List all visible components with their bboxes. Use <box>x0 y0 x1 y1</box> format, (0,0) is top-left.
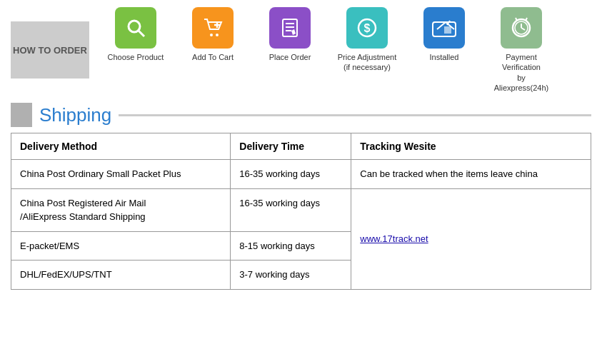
svg-point-3 <box>216 34 219 36</box>
choose-product-icon <box>115 7 156 49</box>
method-cell-2: China Post Registered Air Mail/AliExpres… <box>11 188 231 231</box>
tracking-link-17track[interactable]: www.17track.net <box>360 233 428 244</box>
svg-point-0 <box>129 21 140 32</box>
shipping-table-container: Delivery Method Delivery Time Tracking W… <box>0 133 602 300</box>
price-adjustment-icon: $ <box>346 7 388 49</box>
step-add-to-cart: Add To Cart <box>181 7 245 62</box>
step-choose-product: Choose Product <box>104 7 168 62</box>
svg-line-17 <box>521 28 525 30</box>
add-to-cart-icon <box>192 7 234 49</box>
col-header-delivery-method: Delivery Method <box>11 133 231 160</box>
table-row: China Post Registered Air Mail/AliExpres… <box>11 188 591 231</box>
step-installed: Installed <box>412 7 476 62</box>
table-row: China Post Ordinary Small Packet Plus 16… <box>11 160 591 189</box>
installed-label: Installed <box>430 52 459 62</box>
price-adjustment-label: Price Adjustment(if necessary) <box>338 52 397 73</box>
tracking-cell-1: Can be tracked when the items leave chin… <box>351 160 591 189</box>
method-cell-1: China Post Ordinary Small Packet Plus <box>11 160 231 189</box>
svg-line-1 <box>139 31 144 36</box>
col-header-tracking-website: Tracking Wesite <box>351 133 591 160</box>
method-cell-3: E-packet/EMS <box>11 231 231 261</box>
tracking-cell-merged: www.17track.net <box>351 188 591 289</box>
shipping-divider <box>119 114 591 116</box>
svg-marker-13 <box>444 26 451 34</box>
time-cell-4: 3-7 working days <box>231 261 351 290</box>
table-header-row: Delivery Method Delivery Time Tracking W… <box>11 133 591 160</box>
time-cell-2: 16-35 working days <box>231 188 351 231</box>
svg-text:$: $ <box>364 22 371 34</box>
steps-container: Choose Product Add To Cart <box>104 7 553 93</box>
col-header-delivery-time: Delivery Time <box>231 133 351 160</box>
payment-verification-label: Payment Verificationby Aliexpress(24h) <box>489 52 553 93</box>
how-to-order-section: HOW TO ORDER Choose Product <box>0 0 602 100</box>
method-cell-4: DHL/FedEX/UPS/TNT <box>11 261 231 290</box>
choose-product-label: Choose Product <box>108 52 164 62</box>
payment-verification-icon <box>501 7 542 49</box>
time-cell-3: 8-15 working days <box>231 231 351 261</box>
time-cell-1: 16-35 working days <box>231 160 351 189</box>
step-price-adjustment: $ Price Adjustment(if necessary) <box>335 7 399 73</box>
place-order-icon <box>269 7 311 49</box>
step-place-order: Place Order <box>258 7 322 62</box>
shipping-title: Shipping <box>39 104 111 126</box>
installed-icon <box>423 7 465 49</box>
shipping-bar-decoration <box>11 103 32 127</box>
step-payment-verification: Payment Verificationby Aliexpress(24h) <box>489 7 553 93</box>
how-to-order-label: HOW TO ORDER <box>11 21 89 79</box>
svg-point-2 <box>210 34 213 36</box>
shipping-section-header: Shipping <box>0 100 602 133</box>
place-order-label: Place Order <box>269 52 311 62</box>
shipping-table: Delivery Method Delivery Time Tracking W… <box>11 133 591 290</box>
add-to-cart-label: Add To Cart <box>192 52 234 62</box>
